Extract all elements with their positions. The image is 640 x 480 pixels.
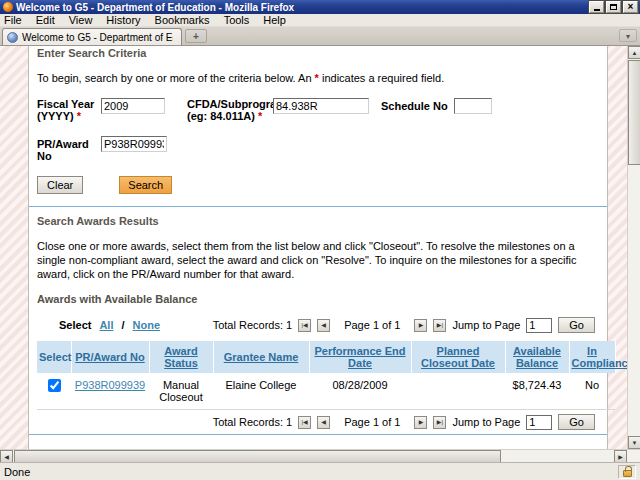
fiscal-year-label: Fiscal Year (YYYY) *: [37, 98, 101, 122]
menu-edit[interactable]: Edit: [36, 14, 55, 26]
select-links: Select All / None: [59, 319, 160, 331]
in-compliance-cell: No: [569, 373, 615, 410]
jump-to-page-label: Jump to Page: [452, 319, 520, 331]
col-select: Select: [37, 341, 71, 373]
last-page-button[interactable]: ▶|: [433, 416, 446, 429]
status-text: Done: [4, 466, 618, 478]
firefox-icon: [3, 2, 13, 12]
restore-icon: [610, 4, 617, 10]
intro-text: To begin, search by one or more of the c…: [37, 72, 599, 84]
list-all-tabs-button[interactable]: ▾: [619, 29, 637, 42]
status-bar: Done: [0, 462, 640, 480]
results-heading: Search Awards Results: [37, 215, 599, 227]
page-content: Enter Search Criteria To begin, search b…: [28, 46, 608, 449]
divider: [29, 434, 607, 435]
minimize-icon: [594, 9, 600, 11]
available-balance-cell: $8,724.43: [505, 373, 569, 410]
total-records: Total Records: 1: [213, 416, 292, 428]
award-status-cell: Manual Closeout: [149, 373, 213, 410]
title-bar: Welcome to G5 - Department of Education …: [0, 0, 640, 14]
next-page-button[interactable]: ▶: [414, 319, 427, 332]
available-balance-heading: Awards with Available Balance: [37, 293, 599, 305]
col-pr-award-no[interactable]: PR/Award No: [71, 341, 149, 373]
menu-file[interactable]: File: [4, 14, 22, 26]
page-indicator: Page 1 of 1: [344, 416, 400, 428]
first-page-button[interactable]: |◀: [298, 319, 311, 332]
lock-icon: [623, 470, 632, 477]
select-none-link[interactable]: None: [133, 319, 161, 331]
row-select-checkbox[interactable]: [48, 379, 61, 392]
menu-bookmarks[interactable]: Bookmarks: [155, 14, 210, 26]
page-title: Enter Search Criteria: [37, 47, 599, 59]
jump-to-page-input[interactable]: [526, 318, 552, 333]
vertical-scroll-thumb[interactable]: [628, 60, 640, 165]
results-instructions: Close one or more awards, select them fr…: [37, 239, 599, 281]
go-button[interactable]: Go: [558, 317, 595, 333]
required-asterisk: *: [258, 110, 262, 122]
clear-button[interactable]: Clear: [37, 176, 83, 194]
search-button[interactable]: Search: [119, 176, 172, 194]
browser-window: Welcome to G5 - Department of Education …: [0, 0, 640, 480]
close-icon: ×: [628, 2, 634, 12]
schedule-no-label: Schedule No: [381, 100, 448, 112]
pagination-top: Total Records: 1 |◀ ◀ Page 1 of 1 ▶ ▶| J…: [213, 317, 595, 333]
page-indicator: Page 1 of 1: [344, 319, 400, 331]
pagination-bottom: Total Records: 1 |◀ ◀ Page 1 of 1 ▶ ▶| J…: [213, 414, 595, 430]
first-page-button[interactable]: |◀: [298, 416, 311, 429]
pr-award-label: PR/Award No: [37, 138, 101, 162]
scroll-up-button[interactable]: ▲: [628, 46, 640, 59]
scroll-down-button[interactable]: ▼: [628, 436, 640, 449]
col-available-balance[interactable]: Available Balance: [505, 341, 569, 373]
menu-history[interactable]: History: [106, 14, 140, 26]
page-viewport: Enter Search Criteria To begin, search b…: [0, 46, 627, 449]
pr-award-input[interactable]: [101, 136, 167, 152]
vertical-scrollbar[interactable]: ▲ ▼: [627, 46, 640, 449]
menu-view[interactable]: View: [69, 14, 93, 26]
divider: [29, 206, 607, 207]
tab-strip: Welcome to G5 - Department of Edu... + ▾: [0, 27, 640, 46]
next-page-button[interactable]: ▶: [414, 416, 427, 429]
window-title: Welcome to G5 - Department of Education …: [16, 2, 585, 13]
select-all-link[interactable]: All: [99, 319, 113, 331]
list-controls-bottom: Total Records: 1 |◀ ◀ Page 1 of 1 ▶ ▶| J…: [37, 414, 599, 430]
jump-to-page-label: Jump to Page: [452, 416, 520, 428]
cfda-input[interactable]: [273, 98, 369, 114]
col-grantee-name[interactable]: Grantee Name: [213, 341, 309, 373]
col-award-status[interactable]: Award Status: [149, 341, 213, 373]
pr-award-link[interactable]: P938R099939: [75, 379, 145, 391]
col-planned-closeout-date[interactable]: Planned Closeout Date: [411, 341, 505, 373]
menu-tools[interactable]: Tools: [224, 14, 250, 26]
total-records: Total Records: 1: [213, 319, 292, 331]
col-in-compliance[interactable]: In Compliance: [569, 341, 615, 373]
jump-to-page-input[interactable]: [526, 415, 552, 430]
col-performance-end-date[interactable]: Performance End Date: [309, 341, 411, 373]
horizontal-scrollbar[interactable]: ◀ ▶: [0, 449, 640, 462]
last-page-button[interactable]: ▶|: [433, 319, 446, 332]
select-separator: /: [121, 319, 124, 331]
new-tab-button[interactable]: +: [185, 29, 207, 43]
select-label: Select: [59, 319, 91, 331]
close-button[interactable]: ×: [623, 1, 638, 13]
go-button[interactable]: Go: [558, 414, 595, 430]
menu-help[interactable]: Help: [263, 14, 286, 26]
restore-button[interactable]: [606, 1, 621, 13]
criteria-row-2: PR/Award No: [37, 136, 599, 162]
awards-table: Select PR/Award No Award Status Grantee …: [37, 341, 616, 410]
previous-page-button[interactable]: ◀: [317, 416, 330, 429]
grantee-name-cell: Elaine College: [213, 373, 309, 410]
performance-end-date-cell: 08/28/2009: [309, 373, 411, 410]
list-controls: Select All / None Total Records: 1 |◀ ◀ …: [37, 317, 599, 333]
schedule-no-input[interactable]: [454, 98, 492, 114]
security-panel: [618, 465, 636, 479]
minimize-button[interactable]: [589, 1, 604, 13]
tab-favicon: [7, 32, 18, 43]
fiscal-year-input[interactable]: [101, 98, 165, 114]
planned-closeout-date-cell: [411, 373, 505, 410]
tab-welcome-g5[interactable]: Welcome to G5 - Department of Edu...: [2, 28, 182, 45]
previous-page-button[interactable]: ◀: [317, 319, 330, 332]
required-asterisk: *: [77, 110, 81, 122]
criteria-row-1: Fiscal Year (YYYY) * CFDA/Subprogram (eg…: [37, 98, 599, 122]
table-header-row: Select PR/Award No Award Status Grantee …: [37, 341, 615, 373]
menu-bar: File Edit View History Bookmarks Tools H…: [0, 14, 640, 27]
criteria-buttons: Clear Search: [37, 176, 599, 194]
